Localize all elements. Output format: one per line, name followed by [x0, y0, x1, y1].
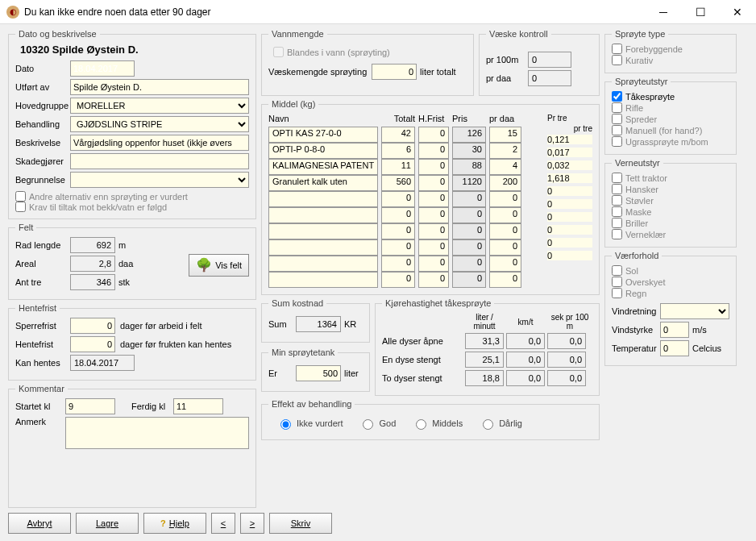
middel-hfrist[interactable]: 0: [418, 272, 449, 288]
middel-hfrist[interactable]: 0: [418, 191, 449, 207]
middel-prdaa[interactable]: 0: [489, 272, 521, 288]
middel-hfrist[interactable]: 0: [418, 143, 449, 159]
overskyet-checkbox[interactable]: [612, 277, 622, 287]
middel-prdaa[interactable]: 200: [489, 175, 521, 191]
lagre-button[interactable]: Lagre: [76, 513, 139, 534]
dato-beskrivelse-group: Dato og beskrivelse 10320 Spilde Øystein…: [8, 29, 256, 219]
er-input[interactable]: [296, 365, 341, 381]
effekt-ikke-radio[interactable]: Ikke vurdert: [276, 417, 343, 430]
kurativ-checkbox[interactable]: [612, 55, 622, 65]
middel-prdaa[interactable]: 0: [489, 207, 521, 223]
ugrassproyte-checkbox[interactable]: [612, 136, 622, 147]
middel-prdaa[interactable]: 0: [489, 191, 521, 207]
anttre-value: [70, 274, 115, 290]
middel-hfrist[interactable]: 0: [418, 175, 449, 191]
verneklaer-checkbox[interactable]: [612, 229, 622, 239]
tetttraktor-checkbox[interactable]: [612, 173, 622, 183]
effekt-legend: Effekt av behandling: [268, 399, 355, 409]
middel-navn[interactable]: Granulert kalk uten: [268, 175, 378, 191]
middel-group: Middel (kg) Navn Totalt H.Frist Pris pr …: [261, 99, 600, 295]
middel-totalt[interactable]: 42: [381, 127, 415, 143]
vindretning-select[interactable]: [660, 303, 729, 319]
next-button[interactable]: >: [240, 513, 264, 534]
visfelt-button[interactable]: 🌳Vis felt: [189, 254, 249, 277]
middel-totalt[interactable]: 0: [381, 256, 415, 272]
middel-totalt[interactable]: 11: [381, 159, 415, 175]
middel-navn[interactable]: OPTI-P 0-8-0: [268, 143, 378, 159]
sol-checkbox[interactable]: [612, 265, 622, 276]
behandling-select[interactable]: GJØDSLING STRIPE: [70, 116, 249, 132]
middel-totalt[interactable]: 0: [381, 239, 415, 256]
middel-navn[interactable]: [268, 191, 378, 207]
takesproyte-checkbox[interactable]: [612, 91, 622, 102]
effekt-god-radio[interactable]: God: [359, 417, 396, 430]
middel-navn[interactable]: [268, 239, 378, 256]
middel-prdaa[interactable]: 4: [489, 159, 521, 175]
middel-hfrist[interactable]: 0: [418, 207, 449, 223]
beskrivelse-input[interactable]: [70, 135, 249, 151]
sperrefrist-input[interactable]: [70, 318, 115, 334]
effekt-darlig-radio[interactable]: Dårlig: [479, 417, 522, 430]
skadegjorer-input[interactable]: [70, 153, 249, 169]
prev-button[interactable]: <: [211, 513, 235, 534]
middel-pris: 0: [452, 191, 486, 207]
hjelp-button[interactable]: ?Hjelp: [143, 513, 206, 534]
middel-totalt[interactable]: 0: [381, 207, 415, 223]
middel-totalt[interactable]: 6: [381, 143, 415, 159]
hentefrist-unit: dager før frukten kan hentes: [120, 339, 231, 349]
middel-navn[interactable]: [268, 223, 378, 239]
kjorehastighet-group: Kjørehastighet tåkesprøyte liter / minut…: [375, 298, 600, 396]
middel-hfrist[interactable]: 0: [418, 256, 449, 272]
middel-prdaa[interactable]: 0: [489, 256, 521, 272]
ferdig-input[interactable]: [173, 398, 223, 414]
effekt-middels-radio[interactable]: Middels: [412, 417, 463, 430]
maske-checkbox[interactable]: [612, 206, 622, 217]
hovedgruppe-select[interactable]: MORELLER: [70, 98, 249, 114]
middel-navn[interactable]: [268, 207, 378, 223]
middel-navn[interactable]: [268, 256, 378, 272]
minimize-button[interactable]: ─: [645, 0, 682, 24]
middel-hfrist[interactable]: 0: [418, 223, 449, 239]
middel-hfrist[interactable]: 0: [418, 159, 449, 175]
middel-hfrist[interactable]: 0: [418, 239, 449, 256]
middel-navn[interactable]: OPTI KAS 27-0-0: [268, 127, 378, 143]
rifle-checkbox[interactable]: [612, 102, 622, 113]
middel-totalt[interactable]: 0: [381, 272, 415, 288]
middel-navn[interactable]: [268, 272, 378, 288]
krav-checkbox[interactable]: [15, 202, 26, 212]
middel-totalt[interactable]: 560: [381, 175, 415, 191]
briller-checkbox[interactable]: [612, 218, 622, 228]
alternativ-checkbox[interactable]: [15, 191, 26, 202]
startet-input[interactable]: [65, 398, 115, 414]
begrunnelse-select[interactable]: [70, 172, 249, 188]
middel-hfrist[interactable]: 0: [418, 127, 449, 143]
middel-totalt[interactable]: 0: [381, 191, 415, 207]
anmerk-textarea[interactable]: [65, 417, 249, 449]
vaeskemengde-input[interactable]: [372, 64, 417, 80]
middel-prdaa[interactable]: 15: [489, 127, 521, 143]
dato-input[interactable]: [70, 60, 135, 77]
regn-checkbox[interactable]: [612, 288, 622, 298]
close-button[interactable]: ✕: [719, 0, 756, 24]
vindstyrke-input[interactable]: [660, 322, 689, 338]
utfort-input[interactable]: [70, 79, 249, 95]
sproytetype-group: Sprøyte type Forebyggende Kurativ: [604, 29, 737, 73]
maximize-button[interactable]: ☐: [682, 0, 719, 24]
middel-prdaa[interactable]: 0: [489, 223, 521, 239]
middel-prdaa[interactable]: 0: [489, 239, 521, 256]
stovler-checkbox[interactable]: [612, 195, 622, 206]
middel-prdaa[interactable]: 2: [489, 143, 521, 159]
middel-prtre: 0: [547, 238, 592, 248]
spreder-checkbox[interactable]: [612, 114, 622, 124]
hansker-checkbox[interactable]: [612, 184, 622, 194]
manuell-checkbox[interactable]: [612, 125, 622, 135]
skriv-button[interactable]: Skriv: [269, 513, 332, 534]
forebyggende-checkbox[interactable]: [612, 44, 622, 54]
middel-prtre: 0: [547, 225, 592, 235]
middel-totalt[interactable]: 0: [381, 223, 415, 239]
sproyteutstyr-legend: Sprøyteutstyr: [612, 77, 671, 86]
middel-navn[interactable]: KALIMAGNESIA PATENT: [268, 159, 378, 175]
hentefrist-input[interactable]: [70, 336, 115, 352]
avbryt-button[interactable]: Avbryt: [8, 513, 71, 534]
temperatur-input[interactable]: [660, 340, 689, 356]
